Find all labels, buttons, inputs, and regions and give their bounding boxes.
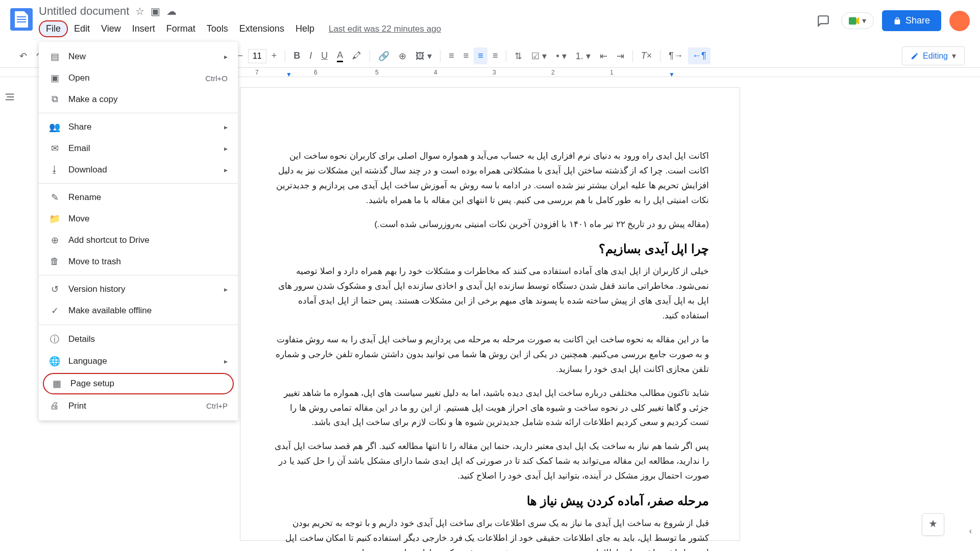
menu-item-label: Move to trash (68, 257, 228, 267)
menu-item-label: Download (68, 165, 216, 175)
align-left-button[interactable]: ≡ (445, 47, 458, 64)
menu-item-icon: ⓘ (49, 333, 60, 345)
menu-item-icon: ▣ (49, 72, 60, 84)
menu-item-label: Details (68, 334, 228, 344)
undo-button[interactable]: ↶ (15, 47, 31, 65)
document-title[interactable]: Untitled document (39, 5, 129, 18)
menu-item-details[interactable]: ⓘ Details (39, 328, 238, 350)
menu-item-make-a-copy[interactable]: ⧉ Make a copy (39, 89, 238, 110)
menu-edit[interactable]: Edit (69, 20, 95, 37)
menu-item-icon: ✎ (49, 192, 60, 203)
paragraph[interactable]: ما در این مقاله به نحوه ساخت این اکانت ب… (271, 333, 709, 377)
menubar: File Edit View Insert Format Tools Exten… (39, 20, 814, 37)
menu-item-language[interactable]: 🌐 Language ▸ (39, 350, 238, 372)
menu-format[interactable]: Format (161, 20, 201, 37)
link-button[interactable]: 🔗 (374, 47, 394, 65)
menu-item-icon: ✓ (49, 305, 60, 316)
menu-insert[interactable]: Insert (127, 20, 160, 37)
menu-item-icon: ✉ (49, 143, 60, 154)
clear-format-button[interactable]: T× (637, 47, 656, 64)
menu-item-move-to-trash[interactable]: 🗑 Move to trash (39, 251, 238, 272)
indent-dec-button[interactable]: ⇤ (596, 47, 611, 65)
editing-mode-button[interactable]: Editing ▾ (902, 46, 965, 65)
highlight-button[interactable]: 🖍 (348, 47, 365, 64)
menu-file[interactable]: File (39, 20, 68, 37)
heading[interactable]: مرحله صفر، آماده کردن پیش نیاز ها (271, 494, 709, 508)
menu-item-move[interactable]: 📁 Move (39, 208, 238, 230)
menu-item-new[interactable]: ▤ New ▸ (39, 46, 238, 67)
move-icon[interactable]: ▣ (151, 5, 160, 17)
underline-button[interactable]: U (317, 47, 332, 64)
user-avatar[interactable] (949, 11, 970, 31)
menu-item-download[interactable]: ⭳ Download ▸ (39, 159, 238, 180)
paragraph[interactable]: اکانت اپل ایدی راه ورود به دنیای نرم افز… (271, 149, 709, 208)
menu-help[interactable]: Help (290, 20, 320, 37)
last-edit-link[interactable]: Last edit was 22 minutes ago (329, 24, 441, 34)
bullet-list-button[interactable]: • ▾ (552, 47, 570, 65)
meet-button[interactable]: ▾ (841, 12, 874, 29)
menu-item-label: Print (68, 401, 198, 411)
menu-separator (39, 275, 238, 276)
align-justify-button[interactable]: ≡ (488, 47, 502, 64)
menu-item-email[interactable]: ✉ Email ▸ (39, 138, 238, 159)
number-list-button[interactable]: 1. ▾ (572, 47, 595, 65)
menu-item-open[interactable]: ▣ Open Ctrl+O (39, 67, 238, 89)
menu-item-share[interactable]: 👥 Share ▸ (39, 116, 238, 138)
star-icon[interactable]: ☆ (135, 5, 144, 17)
menu-extensions[interactable]: Extensions (234, 20, 289, 37)
font-size-inc[interactable]: + (267, 47, 281, 64)
menu-separator (39, 324, 238, 325)
font-size-input[interactable]: 11 (248, 49, 266, 63)
paragraph[interactable]: قبل از شروع به ساخت اپل آیدی ما نیاز به … (271, 516, 709, 551)
comments-icon[interactable] (814, 11, 833, 31)
menu-item-shortcut: Ctrl+O (205, 74, 228, 83)
bold-button[interactable]: B (289, 47, 304, 64)
menu-view[interactable]: View (96, 20, 126, 37)
rtl-button[interactable]: ←¶ (688, 47, 710, 64)
menu-item-icon: 🖨 (49, 400, 60, 411)
menu-item-label: Open (68, 73, 197, 83)
share-button[interactable]: Share (882, 10, 941, 31)
menu-item-icon: ⊕ (49, 235, 60, 246)
menu-item-icon: 🌐 (49, 356, 60, 367)
menu-item-page-setup[interactable]: ▦ Page setup (43, 373, 234, 394)
submenu-arrow-icon: ▸ (224, 144, 228, 153)
cloud-icon[interactable]: ☁ (166, 5, 177, 17)
paragraph[interactable]: پس اگر شما هم نیاز به ساخت یک اپل ایدی م… (271, 439, 709, 484)
submenu-arrow-icon: ▸ (224, 53, 228, 61)
submenu-arrow-icon: ▸ (224, 123, 228, 131)
submenu-arrow-icon: ▸ (224, 357, 228, 365)
menu-item-make-available-offline[interactable]: ✓ Make available offline (39, 300, 238, 321)
paragraph[interactable]: (مقاله پیش رو در تاریخ ۲۲ تیر ماه ۱۴۰۱ ب… (271, 217, 709, 232)
indent-inc-button[interactable]: ⇥ (612, 47, 628, 65)
menu-item-add-shortcut-to-drive[interactable]: ⊕ Add shortcut to Drive (39, 230, 238, 251)
chevron-left-icon[interactable]: ‹ (969, 527, 972, 536)
menu-separator (39, 113, 238, 113)
menu-item-print[interactable]: 🖨 Print Ctrl+P (39, 395, 238, 416)
docs-logo[interactable] (10, 8, 33, 31)
menu-item-label: Share (68, 122, 216, 132)
text-color-button[interactable]: A (333, 47, 347, 65)
ltr-button[interactable]: ¶→ (665, 47, 687, 64)
file-menu-dropdown: ▤ New ▸▣ Open Ctrl+O ⧉ Make a copy 👥 Sha… (39, 42, 238, 420)
menu-item-rename[interactable]: ✎ Rename (39, 187, 238, 208)
menu-item-version-history[interactable]: ↺ Version history ▸ (39, 279, 238, 300)
explore-button[interactable] (922, 513, 944, 536)
menu-item-label: Version history (68, 284, 216, 294)
submenu-arrow-icon: ▸ (224, 285, 228, 293)
heading[interactable]: چرا اپل آیدی بسازیم؟ (271, 242, 709, 256)
align-right-button[interactable]: ≡ (474, 47, 487, 64)
paragraph[interactable]: خیلی از کاربران از اپل ایدی های آماده اس… (271, 264, 709, 323)
line-spacing-button[interactable]: ⇅ (510, 47, 526, 65)
italic-button[interactable]: I (305, 47, 316, 64)
menu-tools[interactable]: Tools (202, 20, 233, 37)
paragraph[interactable]: شاید تاکنون مطالب مختلفی درباره ساخت اپل… (271, 386, 709, 431)
document-page[interactable]: اکانت اپل ایدی راه ورود به دنیای نرم افز… (240, 87, 740, 541)
outline-icon[interactable] (0, 87, 31, 107)
menu-item-icon: ▤ (49, 51, 60, 62)
checklist-button[interactable]: ☑ ▾ (527, 47, 551, 65)
comment-button[interactable]: ⊕ (395, 47, 410, 65)
align-center-button[interactable]: ≡ (459, 47, 473, 64)
menu-item-label: Add shortcut to Drive (68, 235, 228, 245)
image-button[interactable]: 🖼 ▾ (411, 47, 436, 65)
